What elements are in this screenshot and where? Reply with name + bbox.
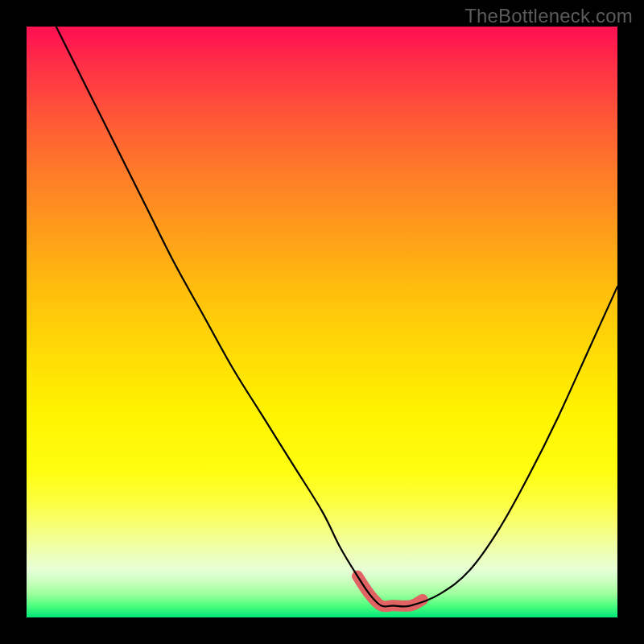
watermark-text: TheBottleneck.com <box>464 5 633 27</box>
plot-area <box>27 27 617 617</box>
bottleneck-curve <box>27 27 617 617</box>
chart-frame: TheBottleneck.com <box>0 0 644 644</box>
